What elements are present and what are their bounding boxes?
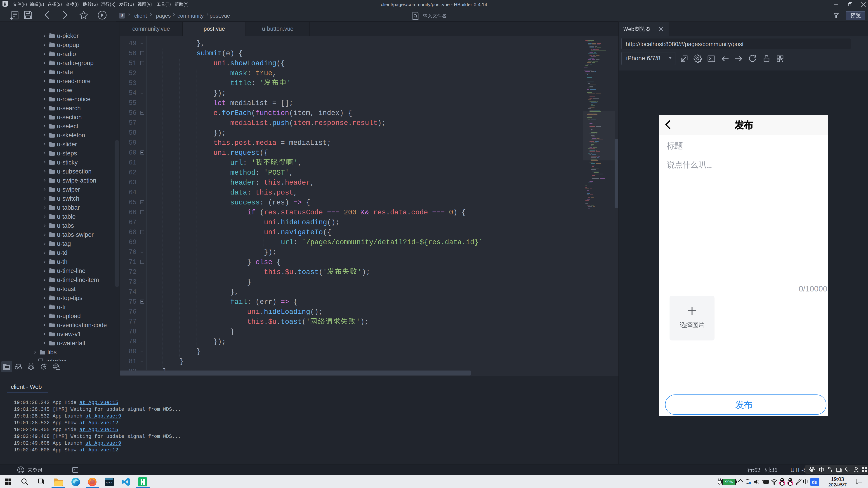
- svg-text:du: du: [812, 480, 817, 485]
- svg-text:MySQL: MySQL: [106, 481, 113, 484]
- svg-text:95%: 95%: [725, 480, 733, 484]
